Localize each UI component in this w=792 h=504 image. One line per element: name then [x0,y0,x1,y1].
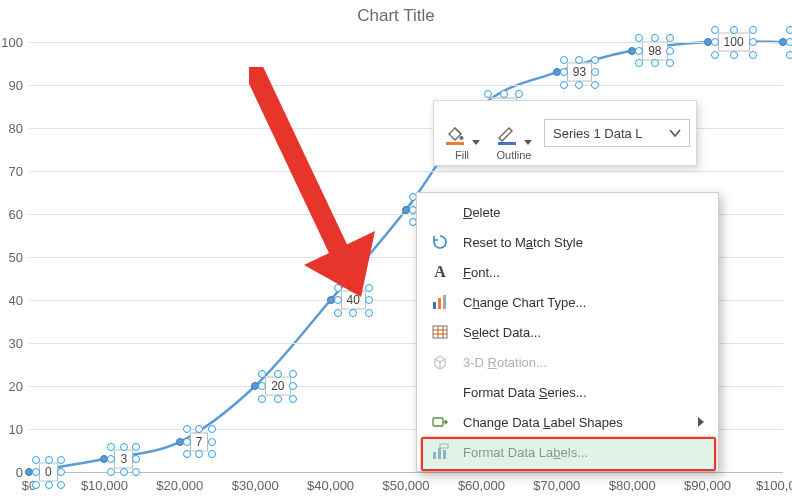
y-tick-label: 40 [9,293,23,308]
selection-handle[interactable] [107,443,115,451]
selection-handle[interactable] [651,59,659,67]
selection-handle[interactable] [132,443,140,451]
none-icon [429,201,451,223]
selection-handle[interactable] [711,51,719,59]
data-label-text: 0 [39,463,58,482]
x-tick-label: $90,000 [684,478,731,493]
data-label-text: 7 [190,432,209,451]
selection-handle[interactable] [500,90,508,98]
selection-handle[interactable] [32,456,40,464]
selection-handle[interactable] [334,284,342,292]
fill-button[interactable]: Fill [440,105,484,161]
selection-handle[interactable] [57,456,65,464]
selection-handle[interactable] [365,296,373,304]
selection-handle[interactable] [365,284,373,292]
cube-icon [429,351,451,373]
selection-handle[interactable] [195,425,203,433]
selection-handle[interactable] [711,38,719,46]
y-tick-label: 90 [9,78,23,93]
menu-item-change-chart-type[interactable]: Change Chart Type... [417,287,718,317]
chart-title[interactable]: Chart Title [0,6,792,26]
selection-handle[interactable] [32,468,40,476]
selection-handle[interactable] [289,382,297,390]
selection-handle[interactable] [107,468,115,476]
selection-handle[interactable] [45,456,53,464]
selection-handle[interactable] [365,309,373,317]
selection-handle[interactable] [786,26,792,34]
selection-handle[interactable] [32,481,40,489]
menu-item-reset[interactable]: Reset to Match Style [417,227,718,257]
selection-handle[interactable] [258,395,266,403]
selection-handle[interactable] [786,51,792,59]
outline-button[interactable]: Outline [492,105,536,161]
selection-handle[interactable] [274,370,282,378]
selection-handle[interactable] [57,468,65,476]
selection-handle[interactable] [749,51,757,59]
menu-item-3d-rotation: 3-D Rotation... [417,347,718,377]
x-tick-label: $10,000 [81,478,128,493]
selection-handle[interactable] [560,81,568,89]
selection-handle[interactable] [45,481,53,489]
selection-handle[interactable] [349,284,357,292]
selection-handle[interactable] [711,26,719,34]
selection-handle[interactable] [258,382,266,390]
element-selector-dropdown[interactable]: Series 1 Data L [544,119,690,147]
context-menu: DeleteReset to Match StyleAFont...Change… [416,192,719,472]
table-icon [429,321,451,343]
selection-handle[interactable] [208,438,216,446]
menu-item-select-data[interactable]: Select Data... [417,317,718,347]
selection-handle[interactable] [57,481,65,489]
selection-handle[interactable] [107,455,115,463]
data-label-text: 98 [642,41,667,60]
selection-handle[interactable] [651,34,659,42]
y-tick-label: 60 [9,207,23,222]
selection-handle[interactable] [208,450,216,458]
menu-item-font[interactable]: AFont... [417,257,718,287]
selection-handle[interactable] [635,59,643,67]
menu-item-change-label-shapes[interactable]: Change Data Label Shapes [417,407,718,437]
selection-handle[interactable] [289,395,297,403]
selection-handle[interactable] [591,68,599,76]
selection-handle[interactable] [258,370,266,378]
selection-handle[interactable] [484,90,492,98]
selection-handle[interactable] [132,455,140,463]
selection-handle[interactable] [730,51,738,59]
selection-handle[interactable] [591,81,599,89]
selection-handle[interactable] [749,38,757,46]
selection-handle[interactable] [183,425,191,433]
selection-handle[interactable] [274,395,282,403]
menu-item-label: Reset to Match Style [463,235,704,250]
selection-handle[interactable] [749,26,757,34]
selection-handle[interactable] [730,26,738,34]
selection-handle[interactable] [575,81,583,89]
selection-handle[interactable] [515,90,523,98]
menu-item-delete[interactable]: Delete [417,197,718,227]
selection-handle[interactable] [349,309,357,317]
selection-handle[interactable] [560,56,568,64]
selection-handle[interactable] [666,59,674,67]
selection-handle[interactable] [666,34,674,42]
selection-handle[interactable] [666,47,674,55]
selection-handle[interactable] [183,438,191,446]
menu-item-format-labels[interactable]: Format Data Labels... [417,437,718,467]
selection-handle[interactable] [120,443,128,451]
selection-handle[interactable] [132,468,140,476]
svg-rect-14 [443,450,446,459]
selection-handle[interactable] [208,425,216,433]
selection-handle[interactable] [591,56,599,64]
y-tick-label: 70 [9,164,23,179]
selection-handle[interactable] [560,68,568,76]
outline-label: Outline [497,149,532,161]
fill-label: Fill [455,149,469,161]
selection-handle[interactable] [575,56,583,64]
selection-handle[interactable] [195,450,203,458]
menu-item-format-series[interactable]: Format Data Series... [417,377,718,407]
selection-handle[interactable] [635,47,643,55]
selection-handle[interactable] [183,450,191,458]
selection-handle[interactable] [334,309,342,317]
selection-handle[interactable] [120,468,128,476]
selection-handle[interactable] [289,370,297,378]
selection-handle[interactable] [786,38,792,46]
selection-handle[interactable] [635,34,643,42]
selection-handle[interactable] [334,296,342,304]
